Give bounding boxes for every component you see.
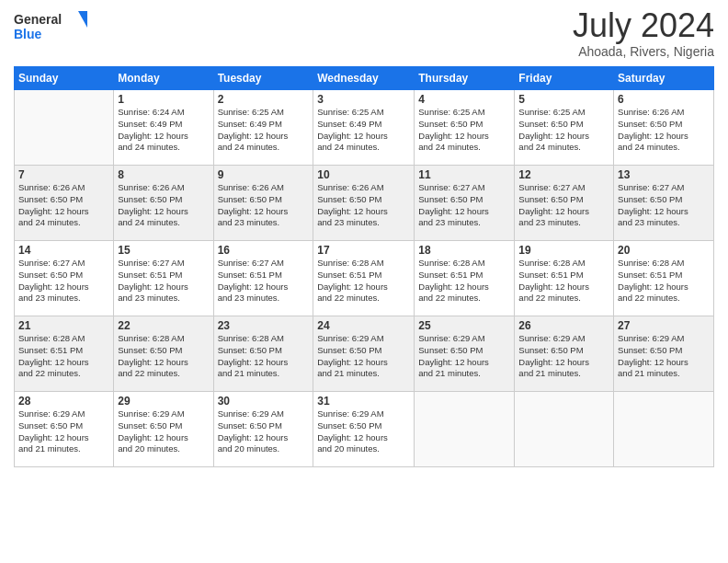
svg-marker-2 [78, 11, 87, 28]
day-number: 28 [18, 395, 109, 408]
day-info: Sunrise: 6:26 AM Sunset: 6:50 PM Dayligh… [118, 182, 209, 229]
day-number: 4 [418, 93, 510, 106]
day-number: 26 [518, 319, 609, 332]
day-info: Sunrise: 6:28 AM Sunset: 6:51 PM Dayligh… [518, 258, 609, 304]
col-wednesday: Wednesday [313, 67, 415, 90]
day-number: 22 [118, 319, 209, 332]
day-number: 31 [317, 395, 410, 408]
calendar-cell: 13Sunrise: 6:27 AM Sunset: 6:50 PM Dayli… [614, 166, 714, 241]
day-info: Sunrise: 6:24 AM Sunset: 6:49 PM Dayligh… [118, 107, 209, 154]
location-subtitle: Ahoada, Rivers, Nigeria [573, 44, 714, 59]
day-info: Sunrise: 6:27 AM Sunset: 6:51 PM Dayligh… [118, 258, 209, 304]
day-number: 29 [118, 395, 209, 408]
logo: General Blue [14, 9, 87, 42]
day-info: Sunrise: 6:28 AM Sunset: 6:51 PM Dayligh… [618, 258, 710, 304]
calendar-cell: 10Sunrise: 6:26 AM Sunset: 6:50 PM Dayli… [313, 166, 415, 241]
day-info: Sunrise: 6:27 AM Sunset: 6:51 PM Dayligh… [218, 258, 310, 304]
day-info: Sunrise: 6:29 AM Sunset: 6:50 PM Dayligh… [418, 333, 510, 380]
day-info: Sunrise: 6:27 AM Sunset: 6:50 PM Dayligh… [618, 182, 710, 229]
day-info: Sunrise: 6:26 AM Sunset: 6:50 PM Dayligh… [618, 107, 710, 154]
day-number: 6 [618, 93, 710, 106]
calendar-cell: 3Sunrise: 6:25 AM Sunset: 6:49 PM Daylig… [313, 90, 415, 166]
calendar-cell: 7Sunrise: 6:26 AM Sunset: 6:50 PM Daylig… [15, 166, 114, 241]
col-tuesday: Tuesday [213, 67, 313, 90]
calendar-cell: 25Sunrise: 6:29 AM Sunset: 6:50 PM Dayli… [415, 316, 515, 392]
col-sunday: Sunday [15, 67, 114, 90]
calendar-cell: 28Sunrise: 6:29 AM Sunset: 6:50 PM Dayli… [15, 392, 114, 467]
day-number: 18 [418, 244, 510, 257]
calendar-cell: 17Sunrise: 6:28 AM Sunset: 6:51 PM Dayli… [313, 241, 415, 316]
svg-text:Blue: Blue [14, 27, 42, 41]
calendar-cell: 26Sunrise: 6:29 AM Sunset: 6:50 PM Dayli… [515, 316, 614, 392]
calendar-cell: 24Sunrise: 6:29 AM Sunset: 6:50 PM Dayli… [313, 316, 415, 392]
header: General Blue July 2024 Ahoada, Rivers, N… [14, 9, 714, 59]
calendar-cell: 21Sunrise: 6:28 AM Sunset: 6:51 PM Dayli… [15, 316, 114, 392]
calendar-week-row: 1Sunrise: 6:24 AM Sunset: 6:49 PM Daylig… [15, 90, 714, 166]
day-info: Sunrise: 6:25 AM Sunset: 6:49 PM Dayligh… [317, 107, 410, 154]
day-number: 15 [118, 244, 209, 257]
calendar-cell: 9Sunrise: 6:26 AM Sunset: 6:50 PM Daylig… [213, 166, 313, 241]
day-info: Sunrise: 6:25 AM Sunset: 6:50 PM Dayligh… [518, 107, 609, 154]
day-number: 10 [317, 168, 410, 181]
day-number: 3 [317, 93, 410, 106]
logo-svg: General Blue [14, 9, 87, 42]
calendar-cell: 31Sunrise: 6:29 AM Sunset: 6:50 PM Dayli… [313, 392, 415, 467]
day-number: 1 [118, 93, 209, 106]
month-year-title: July 2024 [573, 9, 714, 42]
title-block: July 2024 Ahoada, Rivers, Nigeria [573, 9, 714, 59]
calendar-cell: 29Sunrise: 6:29 AM Sunset: 6:50 PM Dayli… [114, 392, 213, 467]
day-info: Sunrise: 6:26 AM Sunset: 6:50 PM Dayligh… [18, 182, 109, 229]
calendar-cell: 8Sunrise: 6:26 AM Sunset: 6:50 PM Daylig… [114, 166, 213, 241]
calendar-cell: 15Sunrise: 6:27 AM Sunset: 6:51 PM Dayli… [114, 241, 213, 316]
day-info: Sunrise: 6:25 AM Sunset: 6:50 PM Dayligh… [418, 107, 510, 154]
day-info: Sunrise: 6:27 AM Sunset: 6:50 PM Dayligh… [518, 182, 609, 229]
day-info: Sunrise: 6:26 AM Sunset: 6:50 PM Dayligh… [317, 182, 410, 229]
day-info: Sunrise: 6:26 AM Sunset: 6:50 PM Dayligh… [218, 182, 310, 229]
day-number: 12 [518, 168, 609, 181]
calendar-cell: 6Sunrise: 6:26 AM Sunset: 6:50 PM Daylig… [614, 90, 714, 166]
day-info: Sunrise: 6:29 AM Sunset: 6:50 PM Dayligh… [18, 408, 109, 455]
day-info: Sunrise: 6:28 AM Sunset: 6:51 PM Dayligh… [18, 333, 109, 380]
calendar-cell: 19Sunrise: 6:28 AM Sunset: 6:51 PM Dayli… [515, 241, 614, 316]
day-number: 24 [317, 319, 410, 332]
col-monday: Monday [114, 67, 213, 90]
day-number: 11 [418, 168, 510, 181]
day-number: 20 [618, 244, 710, 257]
day-info: Sunrise: 6:29 AM Sunset: 6:50 PM Dayligh… [118, 408, 209, 455]
day-info: Sunrise: 6:25 AM Sunset: 6:49 PM Dayligh… [218, 107, 310, 154]
day-number: 19 [518, 244, 609, 257]
calendar-cell: 27Sunrise: 6:29 AM Sunset: 6:50 PM Dayli… [614, 316, 714, 392]
day-number: 23 [218, 319, 310, 332]
day-number: 13 [618, 168, 710, 181]
calendar-week-row: 21Sunrise: 6:28 AM Sunset: 6:51 PM Dayli… [15, 316, 714, 392]
day-number: 2 [218, 93, 310, 106]
day-number: 30 [218, 395, 310, 408]
calendar-cell [15, 90, 114, 166]
calendar-week-row: 28Sunrise: 6:29 AM Sunset: 6:50 PM Dayli… [15, 392, 714, 467]
col-saturday: Saturday [614, 67, 714, 90]
calendar-header-row: Sunday Monday Tuesday Wednesday Thursday… [15, 67, 714, 90]
calendar-cell [614, 392, 714, 467]
calendar-cell: 1Sunrise: 6:24 AM Sunset: 6:49 PM Daylig… [114, 90, 213, 166]
day-info: Sunrise: 6:28 AM Sunset: 6:50 PM Dayligh… [118, 333, 209, 380]
svg-text:General: General [14, 12, 62, 27]
calendar-cell: 11Sunrise: 6:27 AM Sunset: 6:50 PM Dayli… [415, 166, 515, 241]
day-number: 25 [418, 319, 510, 332]
day-info: Sunrise: 6:28 AM Sunset: 6:51 PM Dayligh… [317, 258, 410, 304]
day-number: 21 [18, 319, 109, 332]
calendar-cell: 12Sunrise: 6:27 AM Sunset: 6:50 PM Dayli… [515, 166, 614, 241]
calendar-cell: 23Sunrise: 6:28 AM Sunset: 6:50 PM Dayli… [213, 316, 313, 392]
day-number: 17 [317, 244, 410, 257]
day-info: Sunrise: 6:29 AM Sunset: 6:50 PM Dayligh… [317, 408, 410, 455]
calendar-cell: 5Sunrise: 6:25 AM Sunset: 6:50 PM Daylig… [515, 90, 614, 166]
day-number: 7 [18, 168, 109, 181]
calendar-cell: 4Sunrise: 6:25 AM Sunset: 6:50 PM Daylig… [415, 90, 515, 166]
day-info: Sunrise: 6:29 AM Sunset: 6:50 PM Dayligh… [618, 333, 710, 380]
day-info: Sunrise: 6:27 AM Sunset: 6:50 PM Dayligh… [18, 258, 109, 304]
day-info: Sunrise: 6:29 AM Sunset: 6:50 PM Dayligh… [218, 408, 310, 455]
calendar-cell: 20Sunrise: 6:28 AM Sunset: 6:51 PM Dayli… [614, 241, 714, 316]
calendar-week-row: 7Sunrise: 6:26 AM Sunset: 6:50 PM Daylig… [15, 166, 714, 241]
calendar-cell [515, 392, 614, 467]
calendar-table: Sunday Monday Tuesday Wednesday Thursday… [14, 66, 714, 467]
calendar-cell [415, 392, 515, 467]
